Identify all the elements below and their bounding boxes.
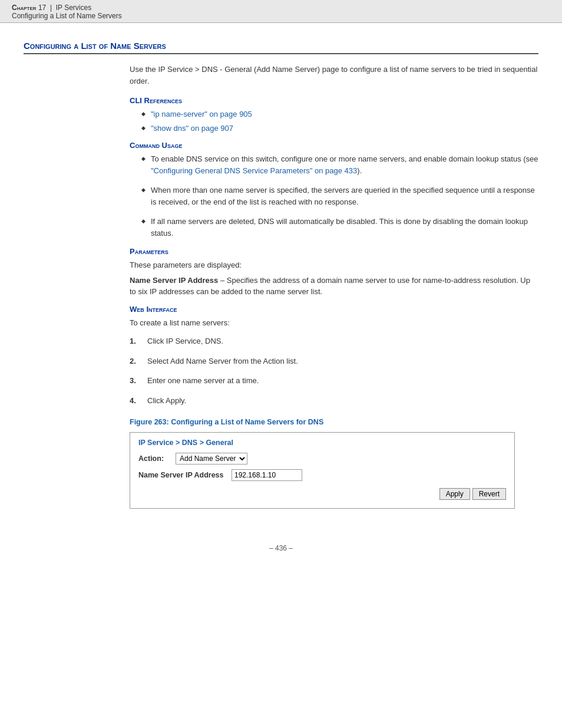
cmd-bullet-1-link[interactable]: "Configuring General DNS Service Paramet… — [151, 166, 357, 175]
button-row: Apply Revert — [138, 488, 506, 500]
cli-references-heading: CLI References — [130, 96, 538, 105]
page-header: Chapter 17 | IP Services Configuring a L… — [0, 0, 562, 23]
figure-box: IP Service > DNS > General Action: Add N… — [130, 432, 515, 509]
parameters-section: These parameters are displayed: Name Ser… — [130, 259, 538, 298]
main-content: Configuring a List of Name Servers Use t… — [0, 23, 562, 532]
param-description: Name Server IP Address – Specifies the a… — [130, 275, 538, 298]
cli-link-1[interactable]: "ip name-server" on page 905 — [151, 110, 252, 118]
list-item: 1. Click IP Service, DNS. — [130, 335, 538, 347]
chapter-topic: IP Services — [56, 4, 91, 12]
step-2-text: Select Add Name Server from the Action l… — [147, 357, 298, 365]
cmd-bullet-1-before: To enable DNS service on this switch, co… — [151, 154, 538, 163]
list-item: 4. Click Apply. — [130, 395, 538, 407]
figure-caption: Figure 263: Configuring a List of Name S… — [130, 418, 538, 426]
step-1-num: 1. — [130, 335, 136, 347]
revert-button[interactable]: Revert — [472, 488, 506, 500]
header-sub-line: Configuring a List of Name Servers — [12, 12, 550, 20]
command-bullets-list: To enable DNS service on this switch, co… — [141, 153, 538, 239]
list-item: If all name servers are deleted, DNS wil… — [141, 216, 538, 239]
step-1-text: Click IP Service, DNS. — [147, 337, 223, 345]
chapter-label: Chapter — [12, 4, 37, 12]
cmd-bullet-2: When more than one name server is specif… — [151, 186, 535, 206]
cli-link-2[interactable]: "show dns" on page 907 — [151, 124, 233, 133]
ip-address-row: Name Server IP Address — [138, 469, 506, 481]
web-interface-heading: Web Interface — [130, 305, 538, 314]
step-3-text: Enter one name server at a time. — [147, 376, 259, 385]
action-select[interactable]: Add Name Server — [176, 453, 247, 465]
parameters-intro: These parameters are displayed: — [130, 259, 538, 271]
command-usage-heading: Command Usage — [130, 141, 538, 150]
list-item: "show dns" on page 907 — [141, 123, 538, 134]
cli-links-list: "ip name-server" on page 905 "show dns" … — [141, 108, 538, 134]
action-label: Action: — [138, 454, 171, 463]
page-footer: – 436 – — [0, 532, 562, 558]
intro-text: Use the IP Service > DNS - General (Add … — [130, 64, 538, 87]
ip-input[interactable] — [232, 469, 302, 481]
list-item: "ip name-server" on page 905 — [141, 108, 538, 120]
parameters-heading: Parameters — [130, 247, 538, 256]
chapter-line: Chapter 17 | IP Services — [12, 4, 550, 12]
steps-list: 1. Click IP Service, DNS. 2. Select Add … — [130, 335, 538, 406]
action-row: Action: Add Name Server — [138, 453, 506, 465]
list-item: 2. Select Add Name Server from the Actio… — [130, 355, 538, 367]
page-number: – 436 – — [269, 544, 293, 552]
step-4-text: Click Apply. — [147, 396, 186, 405]
list-item: 3. Enter one name server at a time. — [130, 375, 538, 387]
list-item: When more than one name server is specif… — [141, 185, 538, 207]
cmd-bullet-3: If all name servers are deleted, DNS wil… — [151, 217, 528, 238]
ip-label: Name Server IP Address — [138, 471, 227, 479]
list-item: To enable DNS service on this switch, co… — [141, 153, 538, 176]
chapter-num: 17 — [38, 4, 46, 12]
step-2-num: 2. — [130, 355, 136, 367]
figure-header: IP Service > DNS > General — [138, 439, 506, 447]
step-4-num: 4. — [130, 395, 136, 407]
chapter-sep: | — [48, 4, 56, 12]
step-3-num: 3. — [130, 375, 136, 387]
section-title: Configuring a List of Name Servers — [24, 41, 538, 54]
param-name: Name Server IP Address — [130, 276, 218, 285]
cmd-bullet-1-after: ). — [357, 166, 362, 175]
apply-button[interactable]: Apply — [439, 488, 470, 500]
web-interface-intro: To create a list name servers: — [130, 317, 538, 329]
web-interface-section: To create a list name servers: — [130, 317, 538, 329]
